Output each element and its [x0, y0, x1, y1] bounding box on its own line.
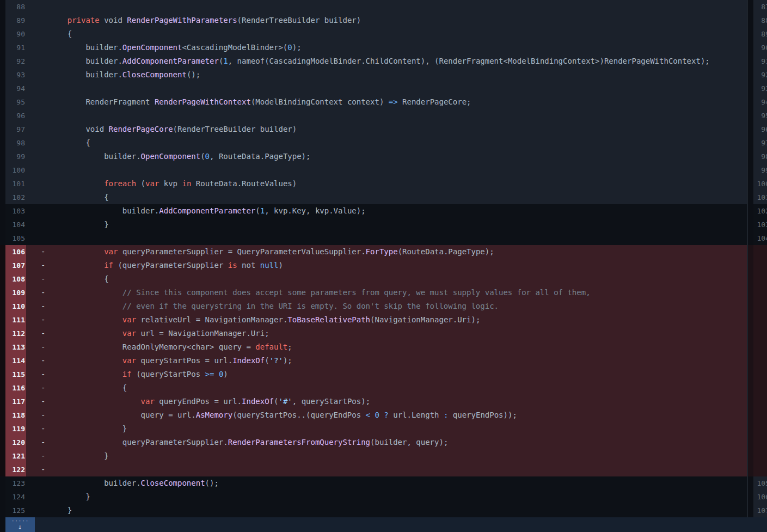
code-content[interactable]: - {	[26, 272, 747, 286]
modified-line-number[interactable]	[753, 286, 767, 299]
modified-line-number[interactable]: 103	[753, 218, 767, 231]
code-content[interactable]: - ReadOnlyMemory<char> query = default;	[26, 340, 747, 354]
modified-line-number[interactable]	[753, 340, 767, 354]
code-content[interactable]	[26, 109, 747, 123]
original-line-number[interactable]: 98	[5, 136, 26, 150]
code-content[interactable]: builder.OpenComponent<CascadingModelBind…	[26, 41, 747, 54]
code-content[interactable]: - // Since this component does accept so…	[26, 286, 747, 299]
code-content[interactable]: RenderFragment RenderPageWithContext(Mod…	[26, 95, 747, 109]
original-line-number[interactable]: 102	[5, 191, 26, 204]
code-content[interactable]: builder.AddComponentParameter(1, nameof(…	[26, 54, 747, 68]
code-content[interactable]	[26, 163, 747, 177]
code-content[interactable]: - {	[26, 381, 747, 395]
original-line-number[interactable]: 106	[5, 245, 26, 259]
original-line-number[interactable]: 88	[5, 0, 26, 14]
modified-line-number[interactable]: 95	[753, 109, 767, 123]
modified-line-number[interactable]	[753, 408, 767, 422]
code-content[interactable]: - var queryEndPos = url.IndexOf('#', que…	[26, 395, 747, 408]
modified-line-number[interactable]	[753, 327, 767, 340]
modified-line-number[interactable]: 105	[753, 476, 767, 490]
original-line-number[interactable]: 123	[5, 476, 26, 490]
original-line-number[interactable]: 89	[5, 14, 26, 27]
modified-line-number[interactable]	[753, 422, 767, 436]
modified-line-number[interactable]: 98	[753, 150, 767, 163]
original-line-number[interactable]: 99	[5, 150, 26, 163]
modified-line-number[interactable]: 102	[753, 204, 767, 218]
original-line-number[interactable]: 103	[5, 204, 26, 218]
original-line-number[interactable]: 97	[5, 123, 26, 136]
modified-line-number[interactable]: 97	[753, 136, 767, 150]
original-line-number[interactable]: 115	[5, 368, 26, 381]
original-line-number[interactable]: 108	[5, 272, 26, 286]
code-content[interactable]	[26, 82, 747, 95]
original-line-number[interactable]: 114	[5, 354, 26, 368]
code-content[interactable]: - }	[26, 422, 747, 436]
modified-line-number[interactable]	[753, 354, 767, 368]
original-line-number[interactable]: 90	[5, 27, 26, 41]
modified-line-number[interactable]: 106	[753, 490, 767, 504]
modified-line-number[interactable]	[753, 299, 767, 313]
code-content[interactable]: - var queryStartPos = url.IndexOf('?');	[26, 354, 747, 368]
original-line-number[interactable]: 92	[5, 54, 26, 68]
code-content[interactable]: builder.CloseComponent();	[26, 476, 747, 490]
code-content[interactable]: builder.OpenComponent(0, RouteData.PageT…	[26, 150, 747, 163]
original-line-number[interactable]: 112	[5, 327, 26, 340]
modified-line-number[interactable]	[753, 381, 767, 395]
code-content[interactable]: - query = url.AsMemory(queryStartPos..(q…	[26, 408, 747, 422]
code-content[interactable]: }	[26, 504, 747, 517]
original-line-number[interactable]: 95	[5, 95, 26, 109]
original-line-number[interactable]: 117	[5, 395, 26, 408]
code-content[interactable]: - queryParameterSupplier.RenderParameter…	[26, 436, 747, 449]
expand-unchanged-region-button[interactable]: ····· ↓	[5, 517, 35, 532]
modified-line-number[interactable]	[753, 436, 767, 449]
original-line-number[interactable]: 109	[5, 286, 26, 299]
original-line-number[interactable]: 93	[5, 68, 26, 82]
modified-line-number[interactable]: 92	[753, 68, 767, 82]
original-line-number[interactable]: 110	[5, 299, 26, 313]
modified-line-number[interactable]: 89	[753, 27, 767, 41]
modified-line-number[interactable]	[753, 272, 767, 286]
original-line-number[interactable]: 120	[5, 436, 26, 449]
original-line-number[interactable]: 91	[5, 41, 26, 54]
modified-line-number[interactable]: 96	[753, 123, 767, 136]
original-line-number[interactable]: 101	[5, 177, 26, 191]
code-content[interactable]: }	[26, 490, 747, 504]
original-line-number[interactable]: 111	[5, 313, 26, 327]
code-content[interactable]: {	[26, 191, 747, 204]
original-line-number[interactable]: 116	[5, 381, 26, 395]
original-line-number[interactable]: 125	[5, 504, 26, 517]
modified-line-number[interactable]: 101	[753, 191, 767, 204]
code-content[interactable]: - if (queryStartPos >= 0)	[26, 368, 747, 381]
original-line-number[interactable]: 121	[5, 449, 26, 463]
modified-line-number[interactable]	[753, 259, 767, 272]
modified-line-number[interactable]	[753, 368, 767, 381]
original-line-number[interactable]: 94	[5, 82, 26, 95]
original-line-number[interactable]: 104	[5, 218, 26, 231]
code-content[interactable]: }	[26, 218, 747, 231]
original-line-number[interactable]: 118	[5, 408, 26, 422]
code-content[interactable]: - if (queryParameterSupplier is not null…	[26, 259, 747, 272]
code-content[interactable]: private void RenderPageWithParameters(Re…	[26, 14, 747, 27]
modified-line-number[interactable]	[753, 313, 767, 327]
modified-line-number[interactable]: 91	[753, 54, 767, 68]
original-line-number[interactable]: 122	[5, 463, 26, 476]
code-content[interactable]: foreach (var kvp in RouteData.RouteValue…	[26, 177, 747, 191]
code-content[interactable]: void RenderPageCore(RenderTreeBuilder bu…	[26, 123, 747, 136]
modified-line-number[interactable]: 99	[753, 163, 767, 177]
modified-line-number[interactable]: 90	[753, 41, 767, 54]
original-line-number[interactable]: 119	[5, 422, 26, 436]
original-line-number[interactable]: 124	[5, 490, 26, 504]
code-content[interactable]: - var url = NavigationManager.Uri;	[26, 327, 747, 340]
modified-line-number[interactable]	[753, 395, 767, 408]
original-line-number[interactable]: 96	[5, 109, 26, 123]
modified-line-number[interactable]: 104	[753, 231, 767, 245]
code-content[interactable]: builder.CloseComponent();	[26, 68, 747, 82]
modified-line-number[interactable]: 107	[753, 504, 767, 517]
original-line-number[interactable]: 105	[5, 231, 26, 245]
code-content[interactable]: {	[26, 27, 747, 41]
code-content[interactable]: - var queryParameterSupplier = QueryPara…	[26, 245, 747, 259]
modified-line-number[interactable]: 88	[753, 14, 767, 27]
original-line-number[interactable]: 113	[5, 340, 26, 354]
modified-line-number[interactable]: 94	[753, 95, 767, 109]
original-line-number[interactable]: 100	[5, 163, 26, 177]
